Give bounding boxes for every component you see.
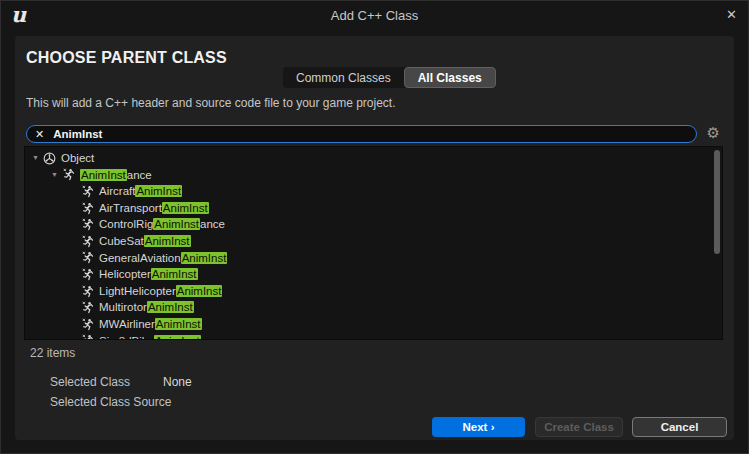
search-match-highlight: AnimInst bbox=[154, 335, 201, 340]
expander-arrow-icon[interactable]: ▼ bbox=[48, 167, 61, 184]
selected-class-label: Selected Class bbox=[50, 375, 130, 389]
anim-class-icon bbox=[80, 184, 95, 199]
class-name: HelicopterAnimInst bbox=[99, 266, 198, 283]
search-match-highlight: AnimInst bbox=[162, 202, 209, 214]
close-icon[interactable]: ✕ bbox=[726, 7, 737, 22]
tree-row[interactable]: LightHelicopterAnimInst bbox=[25, 283, 722, 300]
class-view-tabs: Common Classes All Classes bbox=[283, 67, 496, 88]
class-name: Object bbox=[61, 150, 94, 167]
search-match-highlight: AnimInst bbox=[181, 252, 228, 264]
tree-row[interactable]: MultirotorAnimInst bbox=[25, 299, 722, 316]
tree-row[interactable]: MWAirlinerAnimInst bbox=[25, 316, 722, 333]
anim-class-icon bbox=[80, 234, 95, 249]
class-name: MultirotorAnimInst bbox=[99, 299, 194, 316]
clear-search-icon[interactable]: ✕ bbox=[35, 128, 44, 141]
settings-gear-icon[interactable]: ⚙ bbox=[707, 124, 720, 142]
search-match-highlight: AnimInst bbox=[135, 185, 182, 197]
class-name: AircraftAnimInst bbox=[99, 183, 182, 200]
tab-all-classes[interactable]: All Classes bbox=[404, 67, 496, 88]
search-box[interactable]: ✕ bbox=[26, 125, 697, 143]
class-name: Sim3dBikeAnimInst bbox=[99, 333, 201, 340]
search-match-highlight: AnimInst bbox=[147, 301, 194, 313]
class-name: MWAirlinerAnimInst bbox=[99, 316, 202, 333]
anim-class-icon bbox=[61, 167, 76, 182]
class-name: AnimInstance bbox=[80, 167, 152, 184]
tree-row[interactable]: AirTransportAnimInst bbox=[25, 200, 722, 217]
cancel-button[interactable]: Cancel bbox=[632, 417, 727, 437]
tree-row[interactable]: AircraftAnimInst bbox=[25, 183, 722, 200]
search-match-highlight: AnimInst bbox=[151, 268, 198, 280]
class-tree[interactable]: ▼Object▼AnimInstanceAircraftAnimInstAirT… bbox=[24, 146, 723, 340]
tree-row[interactable]: ▼Object bbox=[25, 150, 722, 167]
window-title: Add C++ Class bbox=[0, 8, 749, 23]
add-cpp-class-dialog: u Add C++ Class ✕ CHOOSE PARENT CLASS Co… bbox=[0, 0, 749, 454]
description-text: This will add a C++ header and source co… bbox=[26, 96, 396, 110]
search-match-highlight: AnimInst bbox=[153, 218, 200, 230]
anim-class-icon bbox=[80, 300, 95, 315]
tree-row[interactable]: ▼AnimInstance bbox=[25, 167, 722, 184]
anim-class-icon bbox=[80, 217, 95, 232]
create-class-button[interactable]: Create Class bbox=[535, 417, 623, 437]
title-bar: u Add C++ Class ✕ bbox=[0, 0, 749, 30]
items-count: 22 items bbox=[30, 346, 75, 360]
anim-class-icon bbox=[80, 201, 95, 216]
anim-class-icon bbox=[80, 317, 95, 332]
class-name: AirTransportAnimInst bbox=[99, 200, 209, 217]
search-input[interactable] bbox=[53, 128, 688, 140]
search-match-highlight: AnimInst bbox=[144, 235, 191, 247]
class-name: ControlRigAnimInstance bbox=[99, 216, 225, 233]
object-class-icon bbox=[42, 151, 57, 166]
class-name: LightHelicopterAnimInst bbox=[99, 283, 222, 300]
class-name: GeneralAviationAnimInst bbox=[99, 250, 227, 267]
next-button[interactable]: Next › bbox=[432, 417, 525, 437]
search-match-highlight: AnimInst bbox=[80, 169, 127, 181]
expander-arrow-icon[interactable]: ▼ bbox=[29, 150, 42, 167]
selected-class-source-label: Selected Class Source bbox=[50, 395, 171, 409]
tree-row[interactable]: CubeSatAnimInst bbox=[25, 233, 722, 250]
tree-row[interactable]: Sim3dBikeAnimInst bbox=[25, 333, 722, 340]
tree-row[interactable]: GeneralAviationAnimInst bbox=[25, 250, 722, 267]
anim-class-icon bbox=[80, 333, 95, 340]
tab-common-classes[interactable]: Common Classes bbox=[283, 67, 404, 88]
class-name: CubeSatAnimInst bbox=[99, 233, 191, 250]
selected-class-value: None bbox=[163, 375, 192, 389]
tree-row[interactable]: ControlRigAnimInstance bbox=[25, 216, 722, 233]
anim-class-icon bbox=[80, 250, 95, 265]
tree-row[interactable]: HelicopterAnimInst bbox=[25, 266, 722, 283]
anim-class-icon bbox=[80, 267, 95, 282]
choose-parent-class-panel: CHOOSE PARENT CLASS Common Classes All C… bbox=[15, 36, 734, 440]
search-match-highlight: AnimInst bbox=[155, 318, 202, 330]
scrollbar-thumb[interactable] bbox=[714, 150, 720, 254]
page-title: CHOOSE PARENT CLASS bbox=[26, 49, 227, 67]
anim-class-icon bbox=[80, 284, 95, 299]
search-match-highlight: AnimInst bbox=[176, 285, 223, 297]
